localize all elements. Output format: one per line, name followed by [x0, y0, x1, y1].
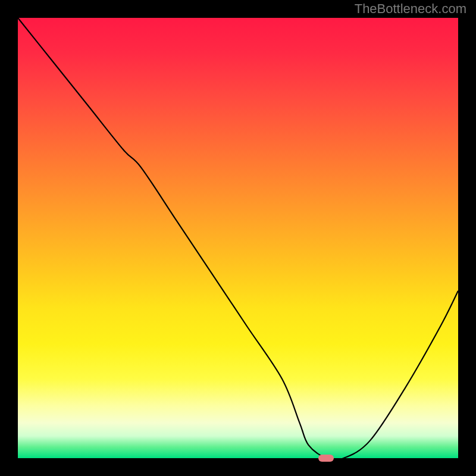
bottleneck-chart: TheBottleneck.com	[0, 0, 476, 476]
optimal-point-marker	[318, 455, 334, 462]
curve-svg	[18, 18, 458, 458]
bottleneck-curve-path	[18, 18, 458, 460]
watermark-label: TheBottleneck.com	[355, 1, 466, 17]
